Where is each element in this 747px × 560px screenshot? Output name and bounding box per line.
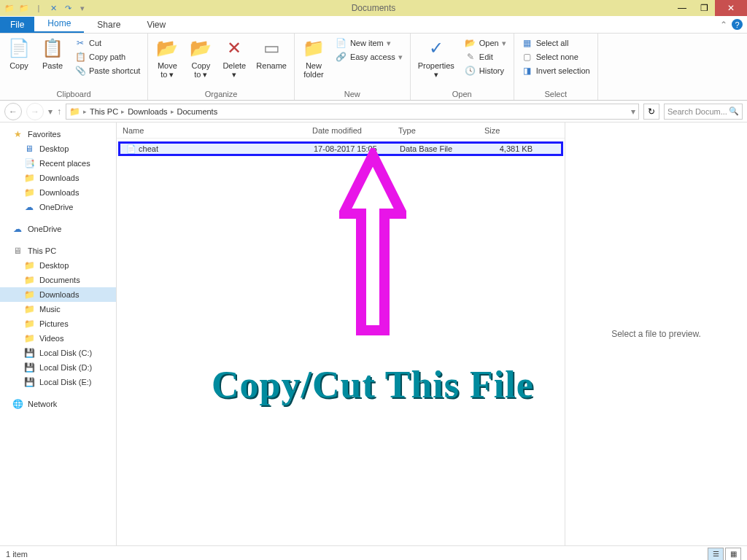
new-folder-icon[interactable]: 📁 <box>18 1 31 15</box>
edit-icon: ✎ <box>465 51 476 63</box>
properties-button[interactable]: ✓ Properties▾ <box>414 35 459 80</box>
diskc-label: Local Disk (C:) <box>39 349 92 357</box>
undo-icon[interactable]: ✕ <box>47 1 60 15</box>
folder-icon: 📁 <box>23 260 35 271</box>
delete-button[interactable]: ✕ Delete▾ <box>218 35 250 80</box>
clipboard-group-label: Clipboard <box>3 89 144 99</box>
sidebar-thispc[interactable]: 🖥This PC <box>0 244 116 258</box>
sidebar-music[interactable]: 📁Music <box>0 302 116 316</box>
rename-button[interactable]: ▭ Rename <box>252 35 291 71</box>
sidebar-diskd[interactable]: 💾Local Disk (D:) <box>0 360 116 375</box>
address-bar: ← → ▾ ↑ 📁 ▸This PC ▸Downloads ▸Documents… <box>0 101 747 122</box>
ribbon-tabs: File Home Share View ⌃ ? <box>0 16 747 34</box>
file-row[interactable]: 📄 cheat 17-08-2017 15:05 Data Base File … <box>118 141 563 156</box>
back-button[interactable]: ← <box>4 103 22 120</box>
folder-icon: 📁 <box>3 1 16 15</box>
new-folder-button[interactable]: 📁 Newfolder <box>298 35 330 80</box>
help-icon[interactable]: ? <box>732 19 743 30</box>
minimize-button[interactable]: — <box>671 0 693 16</box>
icons-view-button[interactable]: ▦ <box>725 548 741 561</box>
sidebar-documents[interactable]: 📁Documents <box>0 273 116 287</box>
crumb-thispc[interactable]: This PC <box>90 107 118 116</box>
network-label: Network <box>28 400 57 408</box>
move-to-icon: 📂 <box>155 36 179 60</box>
search-input[interactable]: Search Docum... 🔍 <box>664 104 743 120</box>
sidebar-pictures[interactable]: 📁Pictures <box>0 316 116 331</box>
sidebar-videos[interactable]: 📁Videos <box>0 331 116 346</box>
select-all-button[interactable]: ▦Select all <box>519 36 593 50</box>
sidebar-downloads2[interactable]: 📁Downloads <box>0 185 116 200</box>
disk-icon: 💾 <box>23 362 35 373</box>
up-button[interactable]: ↑ <box>57 106 61 117</box>
sidebar-recent[interactable]: 📑Recent places <box>0 156 116 171</box>
edit-button[interactable]: ✎Edit <box>462 50 509 63</box>
easy-access-button[interactable]: 🔗Easy access ▾ <box>333 50 406 63</box>
column-headers: Name Date modified Type Size <box>117 122 565 139</box>
rename-icon: ▭ <box>260 36 283 60</box>
select-none-label: Select none <box>536 52 578 61</box>
sidebar-network[interactable]: 🌐Network <box>0 397 116 411</box>
share-tab[interactable]: Share <box>84 17 133 33</box>
ribbon: 📄 Copy 📋 Paste ✂Cut 📋Copy path 📎Paste sh… <box>0 34 747 101</box>
sidebar-downloads[interactable]: 📁Downloads <box>0 171 116 185</box>
sidebar-diske[interactable]: 💾Local Disk (E:) <box>0 375 116 389</box>
cut-button[interactable]: ✂Cut <box>71 36 143 50</box>
col-type[interactable]: Type <box>392 126 479 135</box>
home-tab[interactable]: Home <box>34 15 84 33</box>
move-to-button[interactable]: 📂 Moveto ▾ <box>151 35 183 80</box>
copy-path-button[interactable]: 📋Copy path <box>71 50 143 63</box>
sidebar-onedrive2[interactable]: ☁OneDrive <box>0 222 116 236</box>
refresh-button[interactable]: ↻ <box>643 104 659 120</box>
qat-dropdown-icon[interactable]: ▾ <box>76 1 89 15</box>
sidebar-desktop2[interactable]: 📁Desktop <box>0 258 116 273</box>
open-icon: 📂 <box>465 37 476 49</box>
easy-access-label: Easy access <box>350 52 395 61</box>
forward-button[interactable]: → <box>26 103 44 120</box>
folder-icon: 📁 <box>23 318 35 330</box>
view-tab[interactable]: View <box>133 17 179 33</box>
copy-path-icon: 📋 <box>74 51 86 63</box>
sidebar-onedrive[interactable]: ☁OneDrive <box>0 200 116 214</box>
paste-label: Paste <box>42 61 63 70</box>
onedrive-icon: ☁ <box>23 201 35 213</box>
collapse-ribbon-icon[interactable]: ⌃ <box>720 20 727 30</box>
maximize-button[interactable]: ❐ <box>693 0 715 16</box>
invert-selection-button[interactable]: ◨Invert selection <box>519 64 593 77</box>
crumb-documents[interactable]: Documents <box>177 107 218 116</box>
select-none-button[interactable]: ▢Select none <box>519 50 593 63</box>
paste-shortcut-button[interactable]: 📎Paste shortcut <box>71 64 143 77</box>
overlay-text: Copy/Cut This File <box>212 363 534 406</box>
downloads2-label: Downloads <box>39 188 79 197</box>
redo-icon[interactable]: ↷ <box>61 1 74 15</box>
diskd-label: Local Disk (D:) <box>39 363 92 372</box>
crumb-downloads[interactable]: Downloads <box>128 107 167 116</box>
open-group-label: Open <box>414 89 511 99</box>
paste-shortcut-icon: 📎 <box>74 65 86 77</box>
address-field[interactable]: 📁 ▸This PC ▸Downloads ▸Documents ▾ <box>66 104 639 120</box>
details-view-button[interactable]: ☰ <box>708 548 724 561</box>
new-item-button[interactable]: 📄New item ▾ <box>333 36 406 50</box>
open-button[interactable]: 📂Open ▾ <box>462 36 509 50</box>
favorites-header[interactable]: ★Favorites <box>0 127 116 141</box>
search-icon: 🔍 <box>729 106 739 116</box>
col-date[interactable]: Date modified <box>306 126 392 135</box>
sidebar-desktop[interactable]: 🖥Desktop <box>0 141 116 156</box>
sidebar-diskc[interactable]: 💾Local Disk (C:) <box>0 346 116 360</box>
history-button[interactable]: 🕓History <box>462 64 509 77</box>
col-name[interactable]: Name <box>117 126 306 135</box>
col-size[interactable]: Size <box>479 126 537 135</box>
file-list[interactable]: Name Date modified Type Size 📄 cheat 17-… <box>117 122 565 545</box>
cut-label: Cut <box>89 39 101 47</box>
copy-to-button[interactable]: 📂 Copyto ▾ <box>185 35 217 80</box>
file-tab[interactable]: File <box>0 17 34 33</box>
address-dropdown-icon[interactable]: ▾ <box>631 106 635 117</box>
recent-icon: 📑 <box>23 158 35 169</box>
close-button[interactable]: ✕ <box>715 0 747 16</box>
select-group-label: Select <box>517 89 595 99</box>
sidebar-downloads3[interactable]: 📁Downloads <box>0 287 116 302</box>
pc-icon: 🖥 <box>12 245 23 257</box>
recent-dropdown-icon[interactable]: ▾ <box>48 106 53 117</box>
paste-button[interactable]: 📋 Paste <box>36 35 69 71</box>
documents-label: Documents <box>39 276 80 284</box>
copy-button[interactable]: 📄 Copy <box>3 35 35 71</box>
